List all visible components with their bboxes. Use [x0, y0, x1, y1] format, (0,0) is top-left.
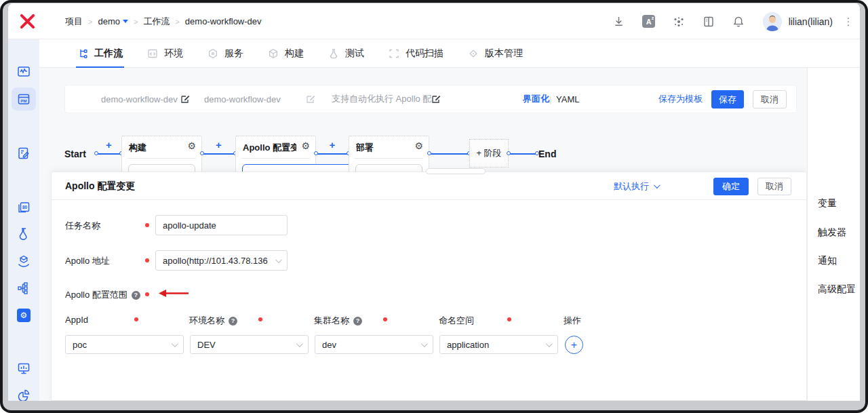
- test-flask-icon[interactable]: [17, 227, 31, 241]
- breadcrumb-project[interactable]: demo: [98, 16, 128, 26]
- required-dot: [134, 317, 138, 321]
- help-icon[interactable]: ?: [229, 317, 237, 326]
- integrations-icon[interactable]: [664, 16, 694, 28]
- connector: [429, 153, 469, 155]
- help-icon[interactable]: ?: [132, 291, 140, 300]
- tab-code-scan[interactable]: 代码扫描: [389, 39, 443, 68]
- docs-icon[interactable]: [694, 16, 724, 28]
- download-icon[interactable]: [604, 16, 634, 27]
- breadcrumb-separator: >: [175, 18, 179, 26]
- tab-service[interactable]: 服务: [208, 39, 243, 68]
- project-caret-icon: [123, 20, 128, 23]
- tab-environment[interactable]: 环境: [147, 39, 183, 68]
- workflow-displayname-field[interactable]: demo-workflow-dev: [204, 85, 281, 113]
- edit-description-icon[interactable]: [431, 94, 441, 104]
- column-actions: 操作: [564, 315, 581, 327]
- activity-icon[interactable]: [17, 64, 31, 78]
- workflow-name-field[interactable]: demo-workflow-dev: [101, 85, 178, 113]
- edit-displayname-icon[interactable]: [306, 94, 315, 104]
- chevron-down-icon: [275, 256, 282, 263]
- breadcrumb: 项目 > demo > 工作流 > demo-workflow-dev: [65, 3, 262, 39]
- projects-icon[interactable]: PM: [17, 92, 31, 106]
- stage-settings-icon[interactable]: ⚙: [301, 140, 310, 151]
- panel-header: Apollo 配置变更 默认执行 确定 取消: [52, 172, 806, 200]
- topbar-actions: Az lilian(lilian) ⋮: [604, 3, 860, 39]
- annotation-arrow-icon: [159, 289, 189, 298]
- window-frame: 项目 > demo > 工作流 > demo-workflow-dev Az: [0, 0, 868, 413]
- chevron-down-icon: [172, 340, 178, 347]
- pipeline-icon[interactable]: [17, 281, 31, 295]
- appid-select[interactable]: poc: [65, 335, 184, 354]
- chevron-down-icon: [296, 340, 303, 347]
- stage-apollo[interactable]: Apollo 配置变更 ⚙: [235, 136, 316, 173]
- sidebar-item-advanced[interactable]: 高级配置: [818, 283, 856, 296]
- exec-mode-dropdown[interactable]: 默认执行: [614, 172, 658, 200]
- cancel-button[interactable]: 取消: [753, 90, 787, 109]
- chevron-down-icon: [654, 182, 660, 189]
- view-divider: |: [549, 85, 551, 113]
- user-avatar[interactable]: [763, 12, 782, 31]
- breadcrumb-section[interactable]: 工作流: [143, 16, 170, 28]
- tab-build[interactable]: 构建: [268, 39, 304, 68]
- top-bar: 项目 > demo > 工作流 > demo-workflow-dev Az: [8, 3, 860, 39]
- cluster-select[interactable]: dev: [315, 335, 433, 354]
- stage-build[interactable]: 构建 ⚙: [121, 136, 202, 173]
- column-namespace: 命名空间: [439, 315, 474, 327]
- env-select[interactable]: DEV: [190, 335, 309, 354]
- workflow-header-card: demo-workflow-dev demo-workflow-dev 支持自动…: [64, 85, 797, 113]
- add-stage-button[interactable]: + 阶段: [469, 139, 509, 168]
- version-icon: [468, 48, 479, 59]
- more-menu-icon[interactable]: ⋮: [837, 16, 860, 28]
- namespace-select[interactable]: application: [439, 335, 558, 354]
- task-name-input[interactable]: apollo-update: [155, 215, 288, 235]
- release-icon[interactable]: [17, 254, 31, 268]
- tab-version[interactable]: 版本管理: [468, 39, 523, 68]
- add-task-icon[interactable]: +: [330, 139, 336, 151]
- tab-test[interactable]: 测试: [328, 39, 364, 68]
- module-tabbar: 工作流 环境 服务 构建 测试 代码扫描: [39, 39, 860, 68]
- breadcrumb-separator: >: [88, 18, 92, 26]
- translate-icon[interactable]: Az: [634, 15, 664, 28]
- breadcrumb-root[interactable]: 项目: [65, 16, 83, 28]
- brand-logo-icon[interactable]: [20, 14, 35, 29]
- sidebar-item-variables[interactable]: 变量: [818, 197, 837, 210]
- tab-workflow[interactable]: 工作流: [77, 39, 123, 68]
- stage-settings-icon[interactable]: ⚙: [187, 140, 196, 151]
- stage-deploy[interactable]: 部署 ⚙: [349, 136, 429, 173]
- app-window: 项目 > demo > 工作流 > demo-workflow-dev Az: [8, 3, 860, 401]
- chevron-down-icon: [421, 340, 428, 347]
- sidebar-item-notifications[interactable]: 通知: [818, 255, 837, 267]
- monitor-icon[interactable]: [17, 361, 31, 375]
- add-task-icon[interactable]: +: [216, 139, 222, 151]
- notifications-icon[interactable]: [724, 16, 753, 28]
- apollo-address-select[interactable]: apollo(http://101.43.78.136: [155, 250, 288, 271]
- pipeline-end-label: End: [538, 149, 556, 159]
- svg-text:PM: PM: [21, 99, 27, 103]
- help-icon[interactable]: ?: [353, 317, 362, 326]
- user-name[interactable]: lilian(lilian): [789, 16, 833, 27]
- edit-name-icon[interactable]: [180, 94, 190, 104]
- column-appid: AppId: [65, 315, 88, 325]
- view-yaml-toggle[interactable]: YAML: [556, 85, 579, 113]
- stage-settings-icon[interactable]: ⚙: [414, 140, 423, 151]
- required-dot: [258, 317, 262, 321]
- chevron-down-icon: [546, 340, 553, 347]
- edit-doc-icon[interactable]: [17, 146, 31, 160]
- horizontal-scrollbar[interactable]: [426, 168, 486, 174]
- sidebar-item-triggers[interactable]: 触发器: [818, 227, 846, 239]
- connector: +: [316, 153, 349, 155]
- connector: +: [202, 153, 235, 155]
- panel-cancel-button[interactable]: 取消: [757, 178, 791, 195]
- workflow-description-field[interactable]: 支持自动化执行 Apollo 配: [332, 85, 431, 113]
- add-task-icon[interactable]: +: [106, 139, 112, 151]
- apps-icon[interactable]: 80: [17, 200, 31, 214]
- report-pie-icon[interactable]: [17, 389, 31, 401]
- confirm-button[interactable]: 确定: [713, 178, 749, 195]
- save-button[interactable]: 保存: [711, 90, 744, 109]
- add-row-button[interactable]: +: [565, 336, 583, 354]
- settings-icon[interactable]: ⚙: [17, 309, 31, 322]
- right-sidebar: 变量 触发器 通知 高级配置: [807, 68, 860, 401]
- view-ui-toggle[interactable]: 界面化: [523, 85, 549, 113]
- save-as-template-link[interactable]: 保存为模板: [658, 85, 703, 113]
- breadcrumb-separator: >: [134, 18, 138, 26]
